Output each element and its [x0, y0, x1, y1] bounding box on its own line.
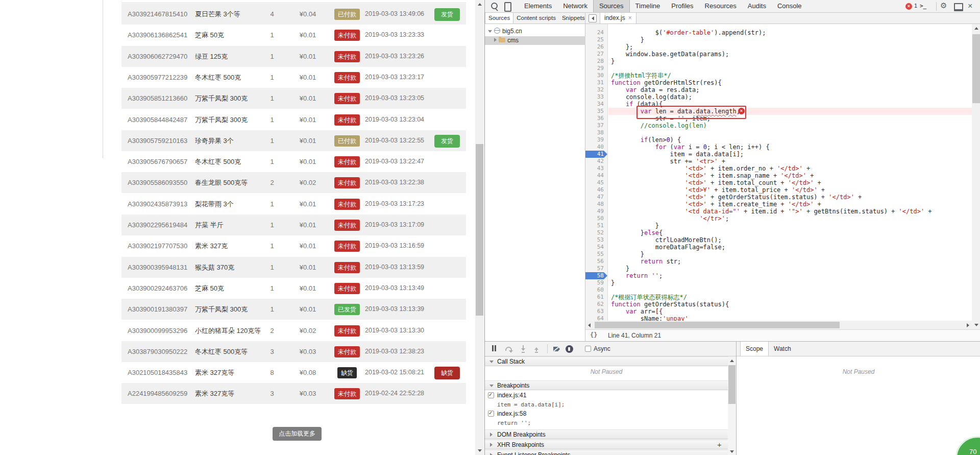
line-number[interactable]: 59: [585, 279, 604, 286]
breakpoint-entry[interactable]: index.js:58: [485, 410, 728, 418]
async-checkbox[interactable]: [585, 346, 591, 352]
line-number[interactable]: 35: [585, 108, 604, 115]
pretty-print-icon[interactable]: {}: [590, 331, 597, 339]
line-number[interactable]: 39: [585, 136, 604, 143]
line-number[interactable]: 46: [585, 186, 604, 194]
devtools-tab-console[interactable]: Console: [772, 0, 807, 12]
devtools-tab-network[interactable]: Network: [557, 0, 593, 12]
line-number[interactable]: 26: [585, 43, 604, 51]
dom-breakpoints-header[interactable]: DOM Breakpoints: [485, 429, 728, 439]
out-of-stock-button[interactable]: 缺货: [434, 367, 460, 379]
line-number[interactable]: 63: [585, 308, 604, 315]
scroll-up-icon[interactable]: [728, 356, 736, 365]
scroll-up-icon[interactable]: [972, 24, 980, 33]
breakpoint-checkbox[interactable]: [488, 392, 494, 398]
debugger-scrollbar-thumb[interactable]: [728, 365, 736, 404]
pause-on-exceptions-icon[interactable]: [566, 345, 573, 353]
add-xhr-breakpoint-icon[interactable]: +: [717, 440, 722, 449]
step-over-icon[interactable]: [505, 347, 512, 351]
line-number[interactable]: 55: [585, 251, 604, 258]
devtools-tab-audits[interactable]: Audits: [742, 0, 772, 12]
device-mode-icon[interactable]: [504, 2, 511, 12]
line-number[interactable]: 27: [585, 51, 604, 58]
breakpoint-checkbox[interactable]: [488, 411, 494, 417]
line-number[interactable]: 30: [585, 72, 604, 79]
line-number[interactable]: 32: [585, 86, 604, 93]
code-editor[interactable]: 24 $('#order-table').append(str);25 }26 …: [585, 24, 980, 329]
scroll-down-icon[interactable]: [475, 446, 484, 455]
chevron-down-icon[interactable]: [488, 30, 492, 33]
devtools-tab-timeline[interactable]: Timeline: [630, 0, 666, 12]
devtools-tab-resources[interactable]: Resources: [699, 0, 742, 12]
editor-h-thumb[interactable]: [595, 322, 840, 328]
line-number[interactable]: 52: [585, 229, 604, 236]
scroll-right-icon[interactable]: [964, 321, 972, 329]
console-toggle-icon[interactable]: >_: [920, 3, 926, 9]
devtools-tab-profiles[interactable]: Profiles: [666, 0, 699, 12]
breakpoint-entry[interactable]: index.js:41: [485, 392, 728, 400]
line-number[interactable]: 43: [585, 165, 604, 172]
editor-v-thumb[interactable]: [972, 34, 980, 103]
line-number[interactable]: 38: [585, 129, 604, 136]
line-number[interactable]: 56: [585, 258, 604, 265]
xhr-breakpoints-header[interactable]: XHR Breakpoints +: [485, 440, 728, 449]
line-number[interactable]: 40: [585, 143, 604, 151]
line-number[interactable]: 37: [585, 122, 604, 129]
line-number[interactable]: 50: [585, 215, 604, 222]
deactivate-breakpoints-icon[interactable]: [553, 347, 560, 351]
line-number[interactable]: 29: [585, 65, 604, 72]
error-icon[interactable]: ×: [738, 108, 745, 114]
page-scrollbar-thumb[interactable]: [476, 144, 483, 316]
navigator-tab-content-scripts[interactable]: Content scripts: [513, 13, 559, 23]
line-number[interactable]: 31: [585, 79, 604, 86]
scroll-down-icon[interactable]: [972, 321, 980, 329]
line-number[interactable]: 54: [585, 244, 604, 251]
pause-icon[interactable]: [492, 345, 496, 351]
line-number[interactable]: 34: [585, 101, 604, 108]
scroll-down-icon[interactable]: [728, 447, 736, 455]
line-number[interactable]: 57: [585, 265, 604, 272]
breakpoint-tag[interactable]: 58: [585, 272, 607, 279]
step-into-icon[interactable]: [521, 345, 526, 352]
error-count-icon[interactable]: ×: [905, 3, 912, 10]
tree-item-big5-cn[interactable]: big5.cn: [485, 27, 588, 36]
line-number[interactable]: 62: [585, 301, 604, 308]
tab-watch[interactable]: Watch: [769, 342, 796, 356]
editor-h-scrollbar[interactable]: [585, 321, 972, 329]
line-number[interactable]: 47: [585, 194, 604, 201]
line-number[interactable]: 58: [585, 272, 604, 279]
line-number[interactable]: 42: [585, 158, 604, 165]
dock-side-icon[interactable]: [954, 3, 963, 11]
close-tab-icon[interactable]: ×: [628, 14, 632, 21]
debugger-scrollbar[interactable]: [728, 356, 736, 455]
line-number[interactable]: 60: [585, 286, 604, 294]
line-number[interactable]: 36: [585, 115, 604, 122]
scroll-left-icon[interactable]: [585, 321, 593, 329]
call-stack-header[interactable]: Call Stack: [485, 356, 728, 366]
close-icon[interactable]: ×: [968, 2, 972, 11]
line-number[interactable]: 48: [585, 201, 604, 208]
tree-item-cms[interactable]: cms: [485, 36, 594, 45]
hide-navigator-icon[interactable]: [589, 14, 597, 22]
line-number[interactable]: 33: [585, 93, 604, 101]
scroll-up-icon[interactable]: [475, 0, 484, 9]
devtools-tab-sources[interactable]: Sources: [593, 0, 630, 12]
line-number[interactable]: 45: [585, 179, 604, 186]
tab-scope[interactable]: Scope: [740, 342, 769, 356]
gear-icon[interactable]: ⚙: [940, 1, 947, 10]
file-tab[interactable]: index.js×: [600, 13, 636, 23]
line-number[interactable]: 49: [585, 208, 604, 215]
line-number[interactable]: 53: [585, 236, 604, 244]
line-number[interactable]: 25: [585, 36, 604, 43]
load-more-button[interactable]: 点击加载更多: [273, 427, 322, 441]
line-number[interactable]: 28: [585, 58, 604, 65]
page-scrollbar[interactable]: [475, 0, 484, 455]
line-number[interactable]: 61: [585, 294, 604, 301]
breakpoint-tag[interactable]: 41: [585, 151, 607, 158]
event-breakpoints-header[interactable]: Event Listener Breakpoints: [485, 450, 728, 455]
line-number[interactable]: 24: [585, 29, 604, 36]
search-icon[interactable]: [491, 3, 498, 9]
navigator-tab-snippets[interactable]: Snippets: [559, 13, 588, 23]
line-number[interactable]: 44: [585, 172, 604, 179]
editor-v-scrollbar[interactable]: [972, 24, 980, 329]
